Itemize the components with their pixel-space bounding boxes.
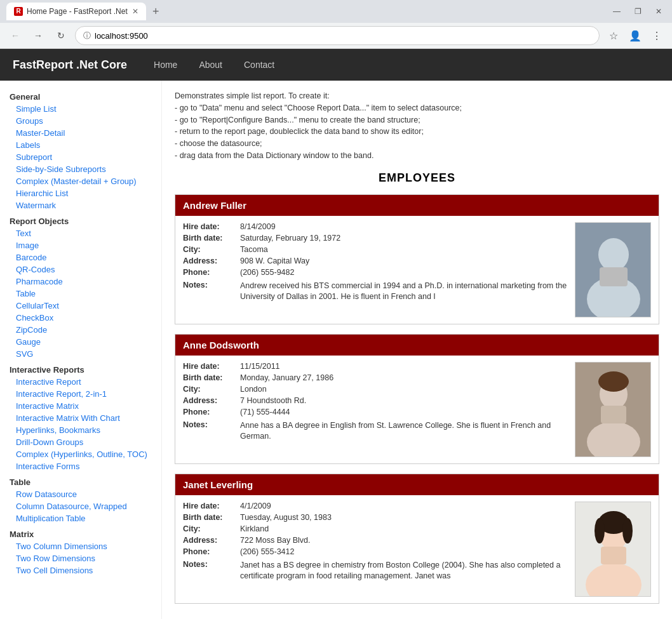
desc-line-0: Demonstrates simple list report. To crea…: [175, 90, 659, 102]
maximize-button[interactable]: ❐: [631, 6, 645, 17]
sidebar-item-image[interactable]: Image: [10, 239, 161, 251]
sidebar-item-side-by-side[interactable]: Side-by-Side Subreports: [10, 163, 161, 175]
sidebar-item-interactive-forms[interactable]: Interactive Forms: [10, 460, 161, 472]
browser-tab[interactable]: R Home Page - FastReport .Net Co... ✕: [6, 3, 146, 20]
sidebar-item-hyperlinks[interactable]: Hyperlinks, Bookmarks: [10, 424, 161, 436]
minimize-button[interactable]: —: [609, 6, 624, 17]
employee-name-0: Andrew Fuller: [175, 195, 659, 216]
employee-phone-row-0: Phone: (206) 555-9482: [183, 268, 568, 277]
sidebar-item-two-cell[interactable]: Two Cell Dimensions: [10, 564, 161, 576]
employee-body-0: Hire date: 8/14/2009 Birth date: Saturda…: [175, 216, 659, 324]
sidebar-item-drill-down[interactable]: Drill-Down Groups: [10, 436, 161, 448]
notes-label-1: Notes:: [183, 420, 240, 443]
hire-date-label-2: Hire date:: [183, 502, 240, 510]
city-label-0: City:: [183, 245, 240, 254]
description-text: Demonstrates simple list report. To crea…: [175, 90, 659, 162]
sidebar-item-interactive-report[interactable]: Interactive Report: [10, 376, 161, 388]
close-window-button[interactable]: ✕: [652, 6, 666, 17]
employee-notes-row-1: Notes: Anne has a BA degree in English f…: [183, 420, 568, 443]
nav-link-home[interactable]: Home: [146, 56, 185, 74]
city-value-2: Kirkland: [240, 524, 269, 533]
tab-close-button[interactable]: ✕: [132, 7, 138, 16]
sidebar-item-qrcodes[interactable]: QR-Codes: [10, 263, 161, 276]
employee-details-0: Hire date: 8/14/2009 Birth date: Saturda…: [183, 222, 568, 317]
sidebar-item-pharmacode[interactable]: Pharmacode: [10, 276, 161, 288]
sidebar-section-report-objects: Report Objects: [10, 216, 161, 226]
sidebar-item-complex-master[interactable]: Complex (Master-detail + Group): [10, 175, 161, 187]
sidebar-item-watermark[interactable]: Watermark: [10, 199, 161, 211]
hire-date-label-1: Hire date:: [183, 362, 240, 371]
photo-placeholder-2: [575, 502, 650, 596]
desc-line-5: - drag data from the Data Dictionary win…: [175, 150, 659, 162]
employee-birth-date-row-0: Birth date: Saturday, February 19, 1972: [183, 234, 568, 243]
address-label-2: Address:: [183, 536, 240, 545]
birth-date-label-2: Birth date:: [183, 513, 240, 522]
back-button[interactable]: ←: [6, 27, 24, 44]
sidebar-item-barcode[interactable]: Barcode: [10, 251, 161, 263]
sidebar-item-svg[interactable]: SVG: [10, 348, 161, 360]
sidebar-item-table[interactable]: Table: [10, 288, 161, 300]
forward-button[interactable]: →: [29, 27, 47, 44]
address-value-1: 7 Houndstooth Rd.: [240, 396, 306, 405]
employee-city-row-2: City: Kirkland: [183, 524, 568, 533]
employee-birth-date-row-2: Birth date: Tuesday, August 30, 1983: [183, 513, 568, 522]
sidebar-item-interactive-matrix-chart[interactable]: Interactive Matrix With Chart: [10, 412, 161, 424]
nav-link-contact[interactable]: Contact: [236, 56, 282, 74]
employee-phone-row-1: Phone: (71) 555-4444: [183, 408, 568, 416]
employee-hire-date-row-2: Hire date: 4/1/2009: [183, 502, 568, 510]
sidebar-item-two-column[interactable]: Two Column Dimensions: [10, 540, 161, 552]
address-label-1: Address:: [183, 396, 240, 405]
content-area: Demonstrates simple list report. To crea…: [162, 81, 672, 619]
sidebar-item-complex-hyperlinks[interactable]: Complex (Hyperlinks, Outline, TOC): [10, 448, 161, 460]
nav-link-about[interactable]: About: [191, 56, 230, 74]
sidebar-item-row-datasource[interactable]: Row Datasource: [10, 488, 161, 500]
hire-date-label-0: Hire date:: [183, 222, 240, 231]
address-input[interactable]: [95, 31, 591, 41]
window-controls: — ❐ ✕: [609, 6, 666, 17]
employee-hire-date-row-1: Hire date: 11/15/2011: [183, 362, 568, 371]
bookmark-button[interactable]: ☆: [605, 27, 622, 44]
browser-chrome: R Home Page - FastReport .Net Co... ✕ + …: [0, 0, 672, 49]
sidebar-item-two-row[interactable]: Two Row Dimensions: [10, 552, 161, 564]
menu-button[interactable]: ⋮: [648, 27, 666, 44]
employee-hire-date-row-0: Hire date: 8/14/2009: [183, 222, 568, 231]
sidebar-item-column-datasource[interactable]: Column Datasource, Wrapped: [10, 500, 161, 512]
svg-point-1: [598, 238, 629, 271]
phone-label-1: Phone:: [183, 408, 240, 416]
sidebar-item-labels[interactable]: Labels: [10, 139, 161, 151]
sidebar-item-zipcode[interactable]: ZipCode: [10, 324, 161, 336]
sidebar-item-checkbox[interactable]: CheckBox: [10, 312, 161, 324]
address-label-0: Address:: [183, 256, 240, 265]
birth-date-label-0: Birth date:: [183, 234, 240, 243]
main-layout: General Simple List Groups Master-Detail…: [0, 81, 672, 619]
employee-body-1: Hire date: 11/15/2011 Birth date: Monday…: [175, 356, 659, 463]
sidebar-item-hierarchic[interactable]: Hierarchic List: [10, 187, 161, 199]
address-bar[interactable]: ⓘ: [75, 26, 600, 45]
profile-button[interactable]: 👤: [626, 27, 644, 44]
sidebar-item-groups[interactable]: Groups: [10, 115, 161, 127]
employee-name-2: Janet Leverling: [175, 474, 659, 495]
sidebar-item-gauge[interactable]: Gauge: [10, 336, 161, 348]
notes-label-0: Notes:: [183, 281, 240, 303]
new-tab-button[interactable]: +: [149, 5, 163, 18]
employee-body-2: Hire date: 4/1/2009 Birth date: Tuesday,…: [175, 495, 659, 603]
employee-notes-row-2: Notes: Janet has a BS degree in chemistr…: [183, 560, 568, 582]
sidebar-item-interactive-matrix[interactable]: Interactive Matrix: [10, 400, 161, 412]
sidebar-item-subreport[interactable]: Subreport: [10, 151, 161, 163]
sidebar-item-simple-list[interactable]: Simple List: [10, 103, 161, 115]
employee-photo-1: [575, 362, 651, 457]
phone-value-0: (206) 555-9482: [240, 268, 294, 277]
employee-card-1: Anne Dodsworth Hire date: 11/15/2011 Bir…: [175, 334, 659, 464]
svg-rect-7: [601, 406, 626, 423]
address-value-0: 908 W. Capital Way: [240, 256, 309, 265]
employee-address-row-1: Address: 7 Houndstooth Rd.: [183, 396, 568, 405]
refresh-button[interactable]: ↻: [52, 27, 70, 44]
employee-city-row-0: City: Tacoma: [183, 245, 568, 254]
sidebar-item-master-detail[interactable]: Master-Detail: [10, 127, 161, 139]
sidebar-item-cellulartext[interactable]: CellularText: [10, 300, 161, 312]
lock-icon: ⓘ: [83, 30, 91, 41]
sidebar-item-text[interactable]: Text: [10, 227, 161, 239]
sidebar-item-multiplication[interactable]: Multiplication Table: [10, 512, 161, 524]
sidebar-item-interactive-report-2in1[interactable]: Interactive Report, 2-in-1: [10, 388, 161, 400]
site-nav-links: Home About Contact: [146, 56, 282, 74]
